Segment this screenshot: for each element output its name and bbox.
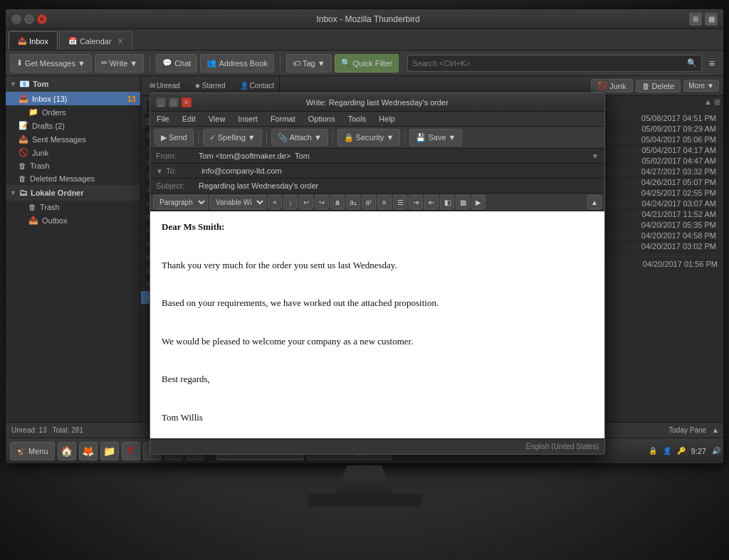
security-button[interactable]: 🔒 Security ▼	[337, 129, 401, 146]
calendar-tab-icon: 📅	[68, 37, 77, 45]
to-input[interactable]	[201, 167, 599, 175]
taskbar-menu-btn[interactable]: 🦅 Menu	[10, 442, 55, 460]
junk-button[interactable]: 🚫 Junk	[591, 79, 632, 93]
search-box[interactable]: 🔍	[407, 55, 702, 72]
sidebar-item-orders[interactable]: 📁 Orders	[6, 105, 140, 119]
body-line-4	[162, 277, 593, 292]
compose-close-btn[interactable]: ✕	[182, 97, 192, 107]
addon-btn1[interactable]: ⊞	[689, 13, 702, 26]
format-btn-plus[interactable]: +	[268, 195, 282, 209]
compose-window-controls[interactable]: _ □ ✕	[156, 97, 192, 107]
compose-menu-edit[interactable]: Edit	[180, 113, 198, 125]
taskbar-key-icon: 🔑	[677, 447, 686, 455]
address-book-button[interactable]: 👥 Address Book	[200, 54, 273, 73]
drafts-icon: 📝	[19, 121, 28, 130]
sidebar-local-trash-label: Trash	[40, 203, 60, 211]
taskbar-folder-btn[interactable]: 📁	[100, 442, 119, 460]
contact-filter-btn[interactable]: 👤 Contact	[236, 80, 278, 91]
compose-menu-format[interactable]: Format	[268, 113, 298, 125]
search-input[interactable]	[412, 59, 687, 68]
format-btn-more[interactable]: ▶	[471, 195, 486, 209]
subject-input[interactable]	[199, 181, 599, 190]
body-line-8	[162, 354, 593, 369]
sidebar-item-trash[interactable]: 🗑 Trash	[6, 159, 140, 172]
format-btn-sub[interactable]: a₁	[346, 195, 360, 209]
sent-icon: 📤	[19, 134, 28, 144]
format-btn-sup[interactable]: a¹	[362, 195, 376, 209]
format-btn-ul[interactable]: ≡	[377, 195, 392, 209]
compose-minimize-btn[interactable]: _	[156, 97, 166, 107]
main-toolbar: ⬇ Get Messages ▼ ✏ Write ▼ 💬 Chat 👥 Addr…	[6, 51, 723, 76]
sidebar-item-inbox[interactable]: 📥 Inbox (13) 13	[6, 92, 140, 105]
taskbar-ff-btn[interactable]: 🦊	[79, 442, 98, 460]
toolbar-sep2	[280, 56, 280, 70]
compose-menu-insert[interactable]: Insert	[236, 113, 260, 125]
format-btn-align-c[interactable]: ▦	[456, 195, 470, 209]
delete-button[interactable]: 🗑 Delete	[636, 80, 681, 93]
junk-icon: 🚫	[19, 148, 28, 157]
compose-maximize-btn[interactable]: □	[169, 97, 179, 107]
sidebar-item-drafts[interactable]: 📝 Drafts (2)	[6, 119, 140, 132]
format-btn-undo[interactable]: ↩	[299, 195, 313, 209]
format-btn-ol[interactable]: ☰	[393, 195, 407, 209]
tab-calendar[interactable]: 📅 Calendar ✕	[59, 31, 132, 50]
from-input[interactable]	[199, 152, 592, 160]
minimize-btn[interactable]: _	[11, 14, 21, 24]
outbox-icon: 📤	[28, 216, 38, 225]
save-button[interactable]: 💾 Save ▼	[409, 129, 462, 146]
close-btn[interactable]: ✕	[37, 14, 47, 24]
format-btn-outdent[interactable]: ⇤	[424, 195, 439, 209]
toolbar-menu-button[interactable]: ≡	[705, 56, 719, 71]
sidebar-account-local-header[interactable]: ▼ 🗂 Lokale Ordner	[6, 185, 140, 201]
write-button[interactable]: ✏ Write ▼	[95, 54, 144, 73]
send-button[interactable]: ▶ Send	[154, 129, 194, 146]
compose-menu-help[interactable]: Help	[377, 113, 397, 125]
taskbar-home-btn[interactable]: 🏠	[58, 442, 76, 460]
width-format-select[interactable]: Variable Width	[209, 195, 266, 209]
compose-menu-tools[interactable]: Tools	[346, 113, 369, 125]
tab-calendar-close[interactable]: ✕	[117, 37, 123, 45]
format-btn-expand[interactable]: ▲	[587, 195, 602, 209]
from-dropdown-icon[interactable]: ▼	[592, 152, 599, 160]
spelling-button[interactable]: ✓ Spelling ▼	[203, 129, 262, 146]
window-controls[interactable]: _ □ ✕	[11, 14, 47, 24]
starred-filter-btn[interactable]: ★ Starred	[190, 80, 230, 91]
compose-menu-view[interactable]: View	[206, 113, 228, 125]
more-button[interactable]: More ▼	[683, 80, 719, 92]
addon-btn2[interactable]: ▦	[705, 13, 718, 26]
compose-body[interactable]: Dear Ms Smith: Thank you very much for t…	[150, 211, 604, 438]
account-local-icon: 🗂	[19, 188, 28, 198]
compose-menu-options[interactable]: Options	[306, 113, 337, 125]
sidebar-item-outbox[interactable]: 📤 Outbox	[6, 213, 140, 227]
title-bar: _ □ ✕ Inbox - Mozilla Thunderbird ⊞ ▦	[6, 9, 723, 29]
maximize-btn[interactable]: □	[24, 14, 34, 24]
unread-filter-btn[interactable]: ✉ Unread	[145, 80, 184, 91]
taskbar-t-btn[interactable]: T	[122, 442, 140, 460]
format-btn-indent[interactable]: ⇥	[409, 195, 423, 209]
format-btn-align-l[interactable]: ◧	[440, 195, 454, 209]
compose-toolbar: ▶ Send ✓ Spelling ▼ 📎 Attach ▼ 🔒 Securit…	[150, 127, 604, 149]
quick-filter-button[interactable]: 🔍 Quick Filter	[335, 54, 399, 73]
tab-inbox[interactable]: 📥 Inbox	[9, 31, 58, 50]
format-btn-redo[interactable]: ↪	[315, 195, 329, 209]
attach-arrow: ▼	[314, 133, 322, 142]
sidebar-drafts-label: Drafts (2)	[32, 122, 65, 130]
format-btn-bold[interactable]: a	[330, 195, 345, 209]
chat-button[interactable]: 💬 Chat	[156, 54, 197, 73]
sidebar-item-sent[interactable]: 📤 Sent Messages	[6, 132, 140, 146]
sidebar-account-tom-header[interactable]: ▼ 📧 Tom	[6, 76, 140, 92]
sidebar-item-local-trash[interactable]: 🗑 Trash	[6, 201, 140, 213]
paragraph-format-select[interactable]: Paragraph	[153, 195, 208, 209]
to-expand-icon[interactable]: ▼	[156, 167, 163, 175]
sidebar-item-deleted[interactable]: 🗑 Deleted Messages	[6, 172, 140, 185]
tag-button[interactable]: 🏷 Tag ▼	[286, 54, 332, 73]
compose-menu-file[interactable]: File	[154, 113, 172, 125]
sidebar-item-junk[interactable]: 🚫 Junk	[6, 146, 140, 159]
attach-button[interactable]: 📎 Attach ▼	[271, 129, 328, 146]
sort-icon[interactable]: ▲ ⊞	[704, 97, 720, 107]
body-signature: Tom Willis	[162, 411, 593, 426]
format-btn-down[interactable]: ↓	[283, 195, 298, 209]
junk-icon: 🚫	[597, 81, 607, 90]
sidebar-orders-label: Orders	[42, 108, 66, 117]
get-messages-button[interactable]: ⬇ Get Messages ▼	[10, 54, 92, 73]
